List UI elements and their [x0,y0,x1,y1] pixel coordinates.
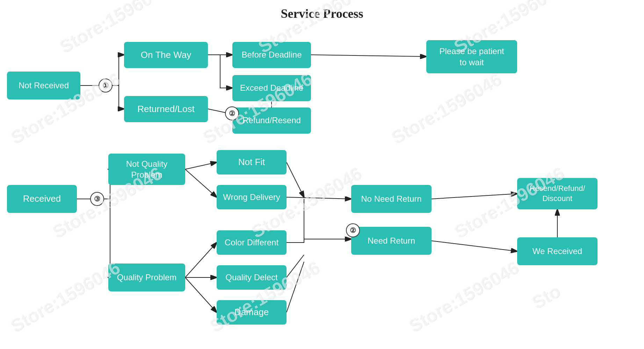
watermark-6: Store:1596046 [388,68,505,148]
no-need-return-box: No Need Return [351,185,432,213]
please-wait-box: Please be patient to wait [426,40,517,73]
exceed-deadline-box: Exceed Deadline [232,75,311,101]
quality-problem-box: Quality Problem [108,263,185,291]
watermark-13: Sto [528,280,564,313]
svg-line-13 [287,162,304,197]
quality-defect-box: Quality Delect [217,265,287,290]
svg-line-15 [287,255,304,277]
circle-2-top: ② [225,106,239,120]
svg-line-8 [185,162,217,169]
circle-1: ① [99,79,113,92]
svg-line-3 [311,55,426,57]
on-the-way-box: On The Way [124,42,208,68]
svg-line-14 [287,197,351,199]
svg-line-10 [185,243,217,277]
circle-2-bottom: ② [346,223,360,237]
need-return-box: Need Return [351,227,432,255]
diagram-container: Service Process Store:1596046 Store:1596… [0,0,644,349]
returned-lost-box: Returned/Lost [124,96,208,122]
we-received-box: We Received [517,237,598,265]
before-deadline-box: Before Deadline [232,42,311,68]
received-box: Received [7,185,77,213]
svg-line-12 [185,277,217,312]
not-received-box: Not Received [7,72,80,99]
resend-refund-discount-box: Resend/Refund/ Discount [517,178,598,209]
wrong-delivery-box: Wrong Delivery [217,185,287,209]
watermark-12: Store:1596046 [405,257,522,336]
svg-line-18 [432,194,517,199]
color-different-box: Color Different [217,230,287,255]
not-quality-problem-box: Not Quality Problem [108,154,185,185]
svg-line-16 [287,262,304,312]
watermark-10: Store:1596046 [7,257,124,336]
circle-3: ③ [90,192,104,206]
svg-line-19 [432,241,517,251]
not-fit-box: Not Fit [217,150,287,174]
svg-line-9 [185,169,217,197]
damage-box: Damage [217,300,287,325]
arrows-svg [0,0,644,349]
refund-resend-box: Refund/Resend [232,107,311,134]
page-title: Service Process [281,6,363,21]
